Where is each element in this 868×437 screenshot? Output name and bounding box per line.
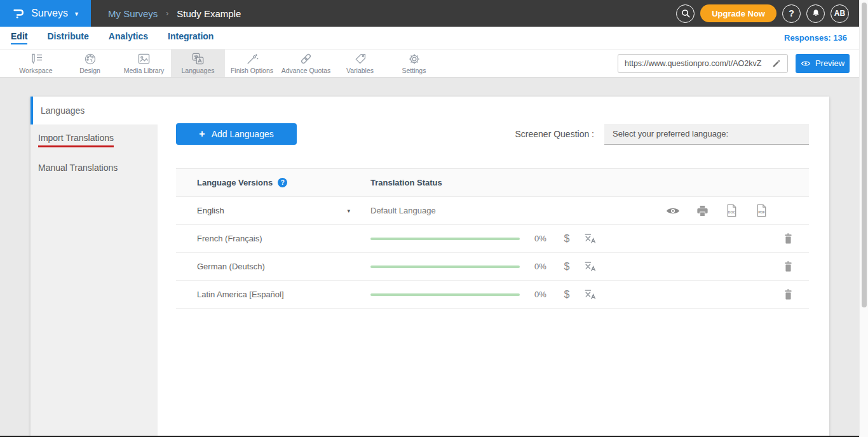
tag-icon <box>354 53 367 65</box>
search-button[interactable] <box>676 4 695 23</box>
translation-progress-value: 0% <box>534 290 552 299</box>
default-language-actions: DOC PDF <box>666 204 768 217</box>
translation-progress-bar <box>370 293 520 296</box>
toolbar-right-group: Preview <box>618 50 868 77</box>
upgrade-now-button[interactable]: Upgrade Now <box>700 4 776 22</box>
delete-language-button[interactable] <box>783 260 794 272</box>
table-row-default-language: English ▾ Default Language <box>176 197 809 225</box>
top-header: Surveys ▼ My Surveys › Study Example Upg… <box>0 0 868 27</box>
auto-translate-button[interactable] <box>584 289 597 300</box>
sidebar-item-import-translations[interactable]: Import Translations <box>31 124 158 154</box>
eye-icon <box>801 60 811 67</box>
svg-text:PDF: PDF <box>758 210 765 214</box>
auto-translate-button[interactable] <box>584 233 597 244</box>
toolbar-item-variables[interactable]: Variables <box>333 50 387 77</box>
tab-analytics[interactable]: Analytics <box>109 31 148 44</box>
page-scrollbar[interactable] <box>859 0 868 437</box>
avatar-initials: AB <box>834 9 845 18</box>
image-icon <box>137 53 151 65</box>
translate-icon <box>584 289 597 300</box>
translation-progress-value: 0% <box>534 262 552 271</box>
trash-icon <box>783 232 794 245</box>
product-name: Surveys <box>31 8 68 19</box>
breadcrumb-my-surveys[interactable]: My Surveys <box>108 8 158 19</box>
search-icon <box>680 8 691 19</box>
trash-icon <box>783 288 794 300</box>
trash-icon <box>783 260 794 272</box>
translation-progress-value: 0% <box>534 234 552 243</box>
order-translation-button[interactable]: $ <box>560 289 574 300</box>
languages-table-header: Language Versions ? Translation Status <box>176 169 809 197</box>
languages-icon <box>191 53 205 65</box>
languages-actions-row: + Add Languages Screener Question : Sele… <box>176 123 809 145</box>
default-language-dropdown[interactable]: English ▾ <box>197 206 370 215</box>
responses-count[interactable]: Responses: 136 <box>784 33 847 43</box>
printer-icon <box>696 205 709 217</box>
print-survey-button[interactable] <box>696 205 709 217</box>
header-actions: Upgrade Now ? AB <box>676 4 868 23</box>
breadcrumb-survey-title: Study Example <box>177 8 241 19</box>
preview-button[interactable]: Preview <box>796 54 850 73</box>
screener-question-select[interactable]: Select your preferred language: <box>604 124 809 145</box>
translate-icon <box>584 261 597 272</box>
survey-tabbar: Edit Distribute Analytics Integration Re… <box>0 27 868 50</box>
pdf-file-icon: PDF <box>755 204 768 217</box>
auto-translate-button[interactable] <box>584 261 597 272</box>
survey-url-input[interactable] <box>625 59 768 68</box>
sidebar-title-languages: Languages <box>31 97 158 124</box>
toolbar-item-advance-quotas[interactable]: Advance Quotas <box>279 50 333 77</box>
screener-question-label: Screener Question : <box>515 129 594 139</box>
column-language-versions: Language Versions ? <box>197 178 370 187</box>
default-language-status: Default Language <box>370 206 436 215</box>
delete-language-button[interactable] <box>783 288 794 300</box>
toolbar-item-finish-options[interactable]: Finish Options <box>225 50 279 77</box>
toolbar-item-settings[interactable]: Settings <box>387 50 441 77</box>
help-icon[interactable]: ? <box>278 178 287 187</box>
table-row-language: French (Français) 0% $ <box>176 225 809 253</box>
magic-wand-icon <box>246 53 259 65</box>
survey-url-box <box>618 54 788 73</box>
languages-card: Languages Import Translations Manual Tra… <box>31 97 829 437</box>
avatar[interactable]: AB <box>831 4 849 23</box>
edit-url-button[interactable] <box>768 56 785 71</box>
tab-integration[interactable]: Integration <box>168 31 214 44</box>
add-languages-button[interactable]: + Add Languages <box>176 123 297 145</box>
gear-icon <box>408 53 421 65</box>
breadcrumb: My Surveys › Study Example <box>108 8 241 19</box>
view-survey-button[interactable] <box>666 206 680 215</box>
bell-icon <box>811 8 821 18</box>
order-translation-button[interactable]: $ <box>560 261 574 272</box>
questionpro-logo-icon <box>11 6 25 20</box>
scrollbar-thumb[interactable] <box>862 3 867 307</box>
table-row-language: Latin America [Español] 0% $ <box>176 281 809 309</box>
plus-icon: + <box>199 128 205 140</box>
languages-main-panel: + Add Languages Screener Question : Sele… <box>158 97 829 437</box>
chain-link-icon <box>299 53 313 65</box>
toolbar-item-workspace[interactable]: Workspace <box>9 50 63 77</box>
export-doc-button[interactable]: DOC <box>725 204 738 217</box>
export-pdf-button[interactable]: PDF <box>755 204 768 217</box>
notifications-button[interactable] <box>806 4 825 23</box>
toolbar-item-design[interactable]: Design <box>63 50 117 77</box>
workspace-icon <box>29 53 43 65</box>
product-switcher[interactable]: Surveys ▼ <box>0 0 91 27</box>
doc-file-icon: DOC <box>725 204 738 217</box>
toolbar-item-languages[interactable]: Languages <box>171 50 225 77</box>
help-button[interactable]: ? <box>782 4 801 23</box>
chevron-down-icon: ▼ <box>74 11 79 17</box>
order-translation-button[interactable]: $ <box>560 233 574 245</box>
delete-language-button[interactable] <box>783 232 794 245</box>
translation-progress-bar <box>370 238 520 240</box>
breadcrumb-separator-icon: › <box>166 9 168 18</box>
edit-toolbar: Workspace Design Media Library <box>0 50 868 77</box>
screener-question-group: Screener Question : Select your preferre… <box>515 124 809 145</box>
palette-icon <box>84 53 97 65</box>
tab-edit[interactable]: Edit <box>11 31 27 44</box>
eye-icon <box>666 206 680 215</box>
sidebar-item-manual-translations[interactable]: Manual Translations <box>31 154 158 180</box>
toolbar-item-media-library[interactable]: Media Library <box>117 50 171 77</box>
page-content: Languages Import Translations Manual Tra… <box>0 77 868 437</box>
caret-down-icon: ▾ <box>347 208 350 214</box>
tab-distribute[interactable]: Distribute <box>47 31 88 44</box>
translation-progress-bar <box>370 266 520 268</box>
